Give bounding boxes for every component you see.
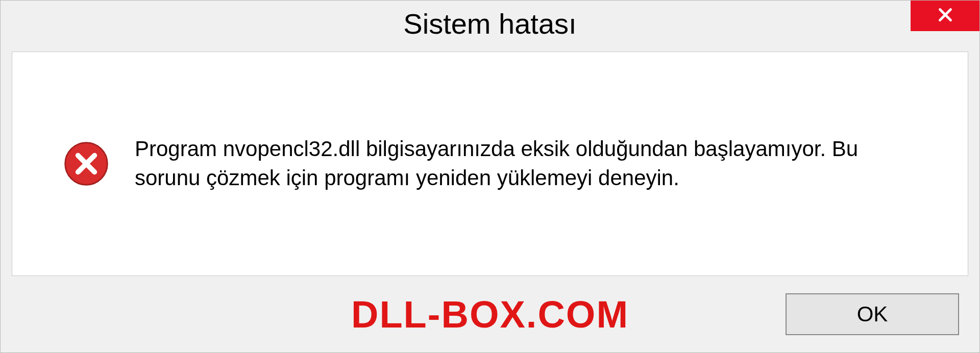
footer: DLL-BOX.COM OK (1, 276, 979, 352)
close-button[interactable] (911, 1, 979, 31)
error-message: Program nvopencl32.dll bilgisayarınızda … (135, 135, 927, 192)
error-dialog: Sistem hatası Program nvopencl32.dll bil… (0, 0, 980, 353)
error-icon (63, 141, 109, 187)
content-panel: Program nvopencl32.dll bilgisayarınızda … (12, 52, 968, 276)
close-icon (936, 6, 954, 26)
dialog-title: Sistem hatası (403, 7, 576, 40)
titlebar: Sistem hatası (1, 1, 979, 46)
watermark-text: DLL-BOX.COM (351, 293, 629, 336)
ok-button[interactable]: OK (786, 293, 959, 335)
